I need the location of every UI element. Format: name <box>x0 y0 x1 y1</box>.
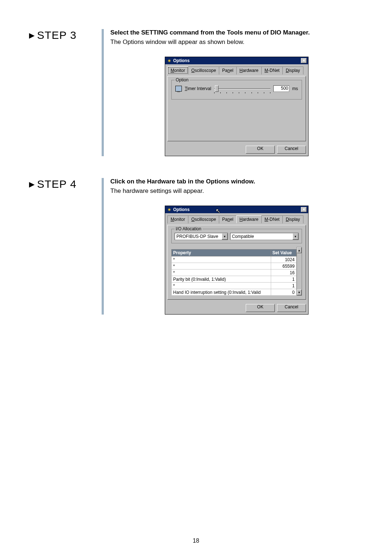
step-3-desc-text: The Options window will appear as shown … <box>110 39 363 46</box>
ok-button[interactable]: OK <box>246 146 275 154</box>
table-row: Parity bit (0:Invalid, 1:Valid)1 <box>172 276 297 283</box>
tab-monitor[interactable]: Monitor <box>167 215 188 223</box>
step-4-left: STEP 4 <box>29 178 102 315</box>
dialog-title: Options <box>173 58 189 63</box>
col-setvalue: Set Value <box>271 250 296 256</box>
step-3-divider <box>102 29 104 156</box>
tabs-row: Monitor Oscilloscope Panel Hardware M-DN… <box>167 215 306 223</box>
timer-value-input[interactable]: 500 <box>273 85 289 92</box>
table-row: *1024 <box>172 256 297 263</box>
io-legend: I/O Allocation <box>175 226 203 231</box>
option-legend: Option <box>175 77 189 82</box>
monitor-icon <box>175 86 182 92</box>
tab-panel[interactable]: Panel <box>219 215 237 223</box>
step-4-title: STEP 4 <box>29 178 98 190</box>
step-4-right: Click on the Hardware tab in the Options… <box>110 178 363 315</box>
step-3-title: STEP 3 <box>29 29 98 41</box>
chevron-down-icon[interactable]: ▼ <box>222 233 228 240</box>
scroll-down-icon[interactable]: ▼ <box>297 289 302 295</box>
io-allocation-fieldset: I/O Allocation PROFIBUS-DP Slave ▼ Compa… <box>171 229 302 243</box>
tab-display[interactable]: Display <box>282 66 303 74</box>
step-3-right: Select the SETTING command from the Tool… <box>110 29 363 156</box>
cursor-icon: ↖ <box>216 207 220 214</box>
tab-hardware[interactable]: Hardware <box>236 215 262 223</box>
options-dialog-1: ✷ Options ✕ Monitor Oscilloscope Panel H… <box>165 57 309 156</box>
tab-content-hardware: I/O Allocation PROFIBUS-DP Slave ▼ Compa… <box>167 225 306 300</box>
close-button[interactable]: ✕ <box>301 207 307 212</box>
titlebar: ✷ Options ✕ <box>165 206 308 213</box>
step-4-desc-bold: Click on the Hardware tab in the Options… <box>110 178 363 185</box>
io-combo-1[interactable]: PROFIBUS-DP Slave ▼ <box>175 233 228 240</box>
timer-unit: ms <box>292 86 298 91</box>
chevron-down-icon[interactable]: ▼ <box>293 233 298 240</box>
property-table-wrap: Property Set Value *1024 *65599 *16 Pari… <box>171 247 302 296</box>
table-row: Hand IO interruption setting (0:Invalid,… <box>172 289 297 296</box>
timer-slider[interactable] <box>214 85 270 92</box>
table-row: *1 <box>172 283 297 289</box>
property-table: Property Set Value *1024 *65599 *16 Pari… <box>171 249 297 296</box>
tab-oscilloscope[interactable]: Oscilloscope <box>188 215 219 223</box>
tab-content-monitor: Option Timer Interval <box>167 76 306 141</box>
step-3-desc-bold: Select the SETTING command from the Tool… <box>110 29 363 36</box>
io-combo-2[interactable]: Compatible ▼ <box>230 233 299 240</box>
tab-mdnet[interactable]: M-DNet <box>261 215 283 223</box>
step-4-block: STEP 4 Click on the Hardware tab in the … <box>29 178 363 315</box>
step-3-block: STEP 3 Select the SETTING command from t… <box>29 29 363 156</box>
step-4-desc-text: The hardware settings will appear. <box>110 187 363 195</box>
gear-icon: ✷ <box>167 58 172 63</box>
io-combo-1-value: PROFIBUS-DP Slave <box>176 234 218 239</box>
vertical-scrollbar[interactable]: ▲ ▼ <box>297 247 302 296</box>
tab-hardware[interactable]: Hardware <box>236 66 262 74</box>
scroll-up-icon[interactable]: ▲ <box>297 247 302 253</box>
dialog-title: Options <box>173 207 189 212</box>
table-row: *65599 <box>172 263 297 270</box>
io-combo-2-value: Compatible <box>232 234 254 239</box>
tab-monitor[interactable]: Monitor <box>167 66 188 74</box>
col-property: Property <box>172 250 271 256</box>
table-row: *16 <box>172 270 297 276</box>
close-button[interactable]: ✕ <box>301 58 307 63</box>
cancel-button[interactable]: Cancel <box>277 304 306 312</box>
page-number: 18 <box>0 538 392 544</box>
tabs-row: Monitor Oscilloscope Panel Hardware M-DN… <box>167 66 306 74</box>
gear-icon: ✷ <box>167 207 172 212</box>
tab-oscilloscope[interactable]: Oscilloscope <box>188 66 219 74</box>
slider-thumb[interactable] <box>215 85 219 92</box>
ok-button[interactable]: OK <box>246 304 275 312</box>
option-fieldset: Option Timer Interval <box>171 80 302 100</box>
step-3-left: STEP 3 <box>29 29 102 156</box>
tab-panel[interactable]: Panel <box>219 66 237 74</box>
titlebar: ✷ Options ✕ <box>165 57 308 64</box>
step-4-divider <box>102 178 104 315</box>
timer-label: Timer Interval <box>185 86 211 91</box>
cancel-button[interactable]: Cancel <box>277 146 306 154</box>
options-dialog-2: ✷ Options ✕ Monitor Oscilloscope Panel H… <box>165 206 309 315</box>
tab-mdnet[interactable]: M-DNet <box>261 66 283 74</box>
tab-display[interactable]: Display <box>282 215 303 223</box>
